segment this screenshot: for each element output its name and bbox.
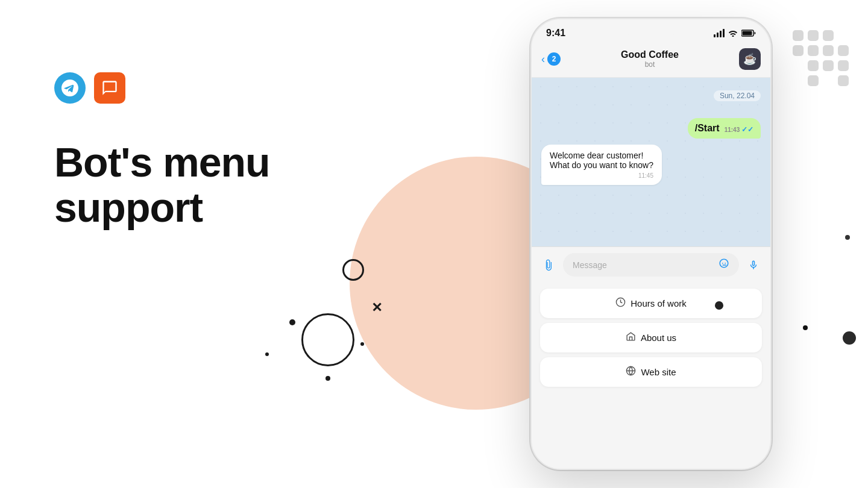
headline-line2: support (54, 184, 203, 230)
attach-button[interactable] (539, 255, 558, 275)
right-tiny-dot (803, 325, 808, 330)
chat-messages: Sun, 22.04 /Start 11:43 ✓✓ Welcome dear … (532, 78, 770, 246)
deco-dot-3 (326, 376, 330, 381)
battery-icon (741, 30, 756, 37)
deco-x: ✕ (371, 300, 382, 316)
message-out-time: 11:43 ✓✓ (725, 125, 753, 134)
time-text: 11:43 (725, 127, 740, 133)
status-icons (714, 29, 756, 37)
clock-svg (615, 297, 626, 307)
deco-dot-4 (265, 352, 269, 356)
date-container: Sun, 22.04 (541, 90, 761, 110)
wifi-icon (728, 30, 738, 37)
read-receipt-icon: ✓✓ (741, 125, 753, 134)
phone-container: 9:41 (530, 18, 772, 470)
back-button[interactable]: ‹ 2 (541, 52, 561, 66)
bot-menu: Hours of work About us (532, 283, 770, 396)
deco-circle-small (342, 259, 364, 281)
clock-icon (615, 297, 626, 310)
grid-dot-empty (793, 75, 804, 86)
chat-icon (94, 72, 125, 104)
menu-btn3-label: Web site (641, 367, 676, 377)
svg-rect-2 (720, 31, 722, 37)
message-out: /Start 11:43 ✓✓ (541, 118, 761, 139)
message-in: Welcome dear customer! What do you want … (541, 145, 761, 185)
message-in-line2: What do you want to know? (550, 160, 653, 170)
chat-svg (101, 80, 118, 96)
grid-dot (823, 30, 834, 41)
message-input-row: Message (532, 246, 770, 283)
grid-dot-empty (838, 30, 849, 41)
svg-rect-5 (743, 31, 752, 36)
chat-type: bot (621, 60, 679, 69)
deco-dot-2 (360, 342, 364, 346)
telegram-svg (61, 80, 78, 96)
emoji-icon (719, 258, 729, 269)
grid-dot (808, 60, 819, 71)
grid-dot (838, 60, 849, 71)
mic-icon (748, 260, 759, 271)
headline-line1: Bot's menu (54, 139, 270, 185)
bubble-in: Welcome dear customer! What do you want … (541, 145, 662, 185)
grid-dot (823, 60, 834, 71)
grid-dot (808, 30, 819, 41)
svg-rect-0 (714, 34, 715, 37)
right-deco-cluster (793, 30, 849, 86)
logo-row (54, 72, 270, 104)
status-bar: 9:41 (532, 19, 770, 43)
deco-dot-1 (289, 319, 295, 325)
date-label: Sun, 22.04 (714, 90, 761, 101)
paperclip-icon (542, 259, 555, 271)
globe-svg (626, 366, 636, 376)
signal-icon (714, 29, 725, 37)
grid-dot (838, 75, 849, 86)
phone-mockup: 9:41 (530, 18, 772, 470)
chat-title-block: Good Coffee bot (621, 49, 679, 69)
home-svg (626, 331, 636, 342)
dot-grid (793, 30, 849, 86)
grid-dot (823, 45, 834, 56)
message-in-line1: Welcome dear customer! (550, 151, 653, 160)
menu-btn2-label: About us (641, 333, 676, 343)
notch (621, 19, 681, 35)
grid-dot (838, 45, 849, 56)
menu-btn-hours[interactable]: Hours of work (540, 289, 762, 318)
chat-avatar: ☕ (739, 48, 761, 70)
right-black-dot-2 (715, 301, 723, 310)
grid-dot (793, 45, 804, 56)
back-chevron-icon: ‹ (541, 53, 545, 66)
mic-button[interactable] (744, 255, 763, 275)
svg-rect-3 (723, 29, 725, 37)
right-tiny-dot-2 (845, 235, 850, 240)
emoji-button[interactable] (719, 258, 729, 272)
chat-name: Good Coffee (621, 49, 679, 60)
bubble-out: /Start 11:43 ✓✓ (688, 118, 761, 139)
right-small-dark-circle (843, 331, 856, 345)
unread-badge: 2 (547, 52, 561, 66)
grid-dot (808, 45, 819, 56)
message-out-text: /Start (695, 123, 720, 133)
grid-dot-empty (823, 75, 834, 86)
status-time: 9:41 (546, 28, 565, 39)
chat-header: ‹ 2 Good Coffee bot ☕ (532, 43, 770, 78)
headline: Bot's menu support (54, 140, 270, 230)
menu-btn-website[interactable]: Web site (540, 357, 762, 387)
grid-dot (793, 30, 804, 41)
grid-dot (808, 75, 819, 86)
telegram-icon (54, 72, 86, 104)
svg-rect-1 (717, 33, 719, 37)
menu-btn1-label: Hours of work (631, 298, 687, 308)
globe-icon (626, 366, 636, 378)
home-icon (626, 331, 636, 344)
grid-dot-empty (793, 60, 804, 71)
left-section: Bot's menu support (54, 72, 270, 230)
deco-circle-large (301, 313, 354, 366)
menu-btn-about[interactable]: About us (540, 323, 762, 352)
message-in-time: 11:45 (638, 172, 653, 179)
message-input[interactable]: Message (563, 253, 739, 277)
message-placeholder: Message (573, 260, 607, 270)
